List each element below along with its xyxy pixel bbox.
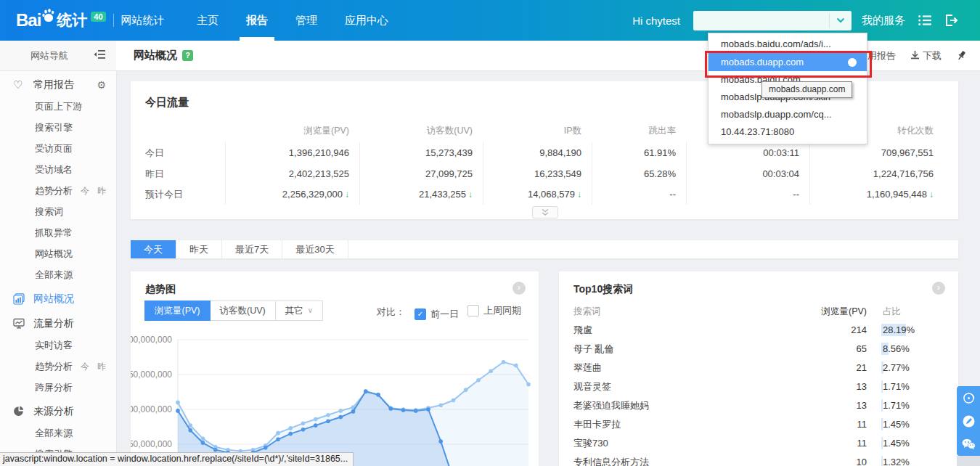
sidebar-item[interactable]: 搜索词 [0, 201, 116, 222]
trend-title: 趋势图 [145, 283, 176, 296]
collapse-panel-button[interactable] [532, 206, 558, 218]
top10-row: 观音灵签131.71% [573, 377, 945, 396]
top10-table-header: 搜索词 浏览量(PV) 占比 [573, 302, 945, 321]
chevron-down-icon[interactable] [829, 14, 852, 28]
collapse-sidebar-icon[interactable] [94, 49, 106, 62]
sidebar-item[interactable]: 网站概况 [0, 243, 116, 264]
svg-text:150,000,000: 150,000,000 [131, 369, 172, 380]
traffic-value: 21,433,255↓ [359, 184, 483, 205]
help-icon[interactable]: ? [182, 50, 193, 61]
date-tab[interactable]: 最近7天 [222, 240, 282, 258]
share-value: 1.45% [883, 434, 945, 453]
sidebar-item[interactable]: 受访页面 [0, 138, 116, 159]
version-badge: 40 [91, 12, 105, 22]
search-term[interactable]: 飛盧 [573, 321, 804, 340]
top-nav-item[interactable]: 管理 [282, 0, 331, 41]
site-dropdown-item[interactable]: mobads.duapp.com [709, 53, 867, 71]
search-term[interactable]: 宝骏730 [573, 434, 804, 453]
pv-value: 13 [804, 396, 883, 415]
quick-link[interactable]: 昨 [97, 361, 106, 372]
sidebar-item[interactable]: 趋势分析今昨 [0, 180, 116, 201]
pen-icon[interactable] [957, 409, 980, 433]
baidu-tongji-logo[interactable]: Bai 统计 40 网站统计 [16, 8, 165, 33]
date-tab[interactable]: 今天 [131, 240, 176, 258]
site-select[interactable] [693, 11, 852, 30]
sidebar-header: 网站导航 [0, 41, 116, 71]
search-term[interactable]: 专利信息分析方法 [573, 453, 804, 466]
heart-icon: ♡ [13, 78, 25, 91]
quick-link[interactable]: 昨 [97, 186, 106, 196]
traffic-value: 9,884,190 [483, 142, 592, 164]
quick-link[interactable]: 今 [81, 361, 89, 372]
list-icon[interactable] [918, 15, 932, 26]
download-button[interactable]: 下载 [910, 49, 942, 62]
sidebar-item[interactable]: 抓取异常 [0, 222, 116, 243]
date-tab[interactable]: 昨天 [176, 240, 222, 258]
top-nav-item[interactable]: 报告 [232, 0, 282, 41]
headset-icon[interactable] [957, 386, 980, 409]
search-term[interactable]: 观音灵签 [573, 377, 804, 396]
search-term[interactable]: 丰田卡罗拉 [573, 415, 804, 434]
logout-icon[interactable] [945, 15, 958, 26]
metric-tab[interactable]: 浏览量(PV) [144, 301, 211, 321]
search-term[interactable]: 老婆强迫我睡她妈 [573, 396, 804, 415]
compare-option: 上周同期 [467, 304, 527, 317]
search-term[interactable]: 翠莲曲 [573, 359, 804, 377]
top10-title: Top10搜索词 [573, 283, 633, 296]
col-share: 占比 [883, 302, 945, 321]
sidebar-item[interactable]: 全部来源 [0, 422, 116, 443]
my-services-link[interactable]: 我的服务 [862, 14, 905, 28]
pv-value: 11 [804, 415, 883, 434]
page-actions: 常用报告 下载 [858, 49, 967, 62]
open-report-arrow-icon[interactable]: › [513, 282, 526, 295]
share-value: 2.77% [883, 359, 945, 377]
sidebar-item[interactable]: 跨屏分析 [0, 377, 116, 398]
sidebar-item[interactable]: 实时访客 [0, 335, 116, 356]
sidebar-group-active[interactable]: 网站概况 [0, 287, 116, 310]
date-tab[interactable]: 最近30天 [282, 240, 348, 258]
down-arrow-icon: ↓ [929, 189, 934, 200]
top10-row: 母子 亂倫658.56% [573, 340, 945, 359]
svg-text:50,000,000: 50,000,000 [131, 439, 172, 449]
sidebar-item[interactable]: 趋势分析今昨 [0, 356, 116, 377]
sidebar-item[interactable]: 全部来源 [0, 264, 116, 285]
traffic-column-header: IP数 [483, 119, 592, 142]
gear-icon[interactable]: ⚙ [97, 79, 106, 91]
top-nav-item[interactable]: 主页 [183, 0, 232, 41]
sidebar-item[interactable]: 受访域名 [0, 159, 116, 180]
col-search-term: 搜索词 [573, 302, 804, 321]
traffic-column-header: 访客数(UV) [359, 119, 483, 142]
metric-tabs: 浏览量(PV)访客数(UV)其它∨ [145, 301, 323, 321]
quick-link[interactable]: 今 [81, 186, 89, 196]
traffic-row-label: 预计今日 [145, 184, 225, 205]
pin-icon[interactable] [956, 50, 967, 61]
tooltip: mobads.duapp.com [761, 81, 852, 98]
share-value: 1.71% [883, 396, 945, 415]
wechat-icon[interactable] [957, 433, 980, 456]
sidebar-group-item[interactable]: 来源分析 [0, 400, 116, 422]
site-dropdown-item[interactable]: mobads.baidu.com/ads/i... [709, 36, 867, 53]
open-report-arrow-icon[interactable]: › [932, 282, 945, 295]
caret-down-icon: ∨ [308, 301, 313, 320]
monitor-icon [13, 318, 25, 329]
site-dropdown-item[interactable]: 10.44.23.71:8080 [709, 123, 867, 141]
metric-tab[interactable]: 其它∨ [275, 301, 323, 321]
top10-search-terms-panel: Top10搜索词 › 搜索词 浏览量(PV) 占比 飛盧21428.19%母子 … [559, 271, 958, 466]
site-dropdown-item[interactable]: mobadslp.duapp.com/cq... [709, 106, 867, 123]
top-nav-item[interactable]: 应用中心 [331, 0, 402, 41]
checkbox[interactable]: ✓ [415, 308, 426, 320]
metric-tab[interactable]: 访客数(UV) [210, 301, 276, 321]
sidebar-item[interactable]: 搜索引擎 [0, 117, 116, 138]
compare-option: ✓前一日 [415, 308, 465, 321]
traffic-value: 61.91% [592, 142, 686, 164]
search-term[interactable]: 母子 亂倫 [573, 340, 804, 359]
traffic-value: 16,233,549 [483, 164, 592, 184]
top10-row: 专利信息分析方法101.32% [573, 453, 945, 466]
checkbox[interactable] [467, 305, 479, 316]
traffic-value: -- [686, 184, 809, 205]
sidebar-group-item[interactable]: ♡常用报告⚙ [0, 73, 116, 96]
sidebar-group-item[interactable]: 流量分析 [0, 312, 116, 335]
top10-row: 翠莲曲212.77% [573, 359, 945, 377]
col-pv: 浏览量(PV) [804, 302, 883, 321]
sidebar-item[interactable]: 页面上下游 [0, 96, 116, 117]
